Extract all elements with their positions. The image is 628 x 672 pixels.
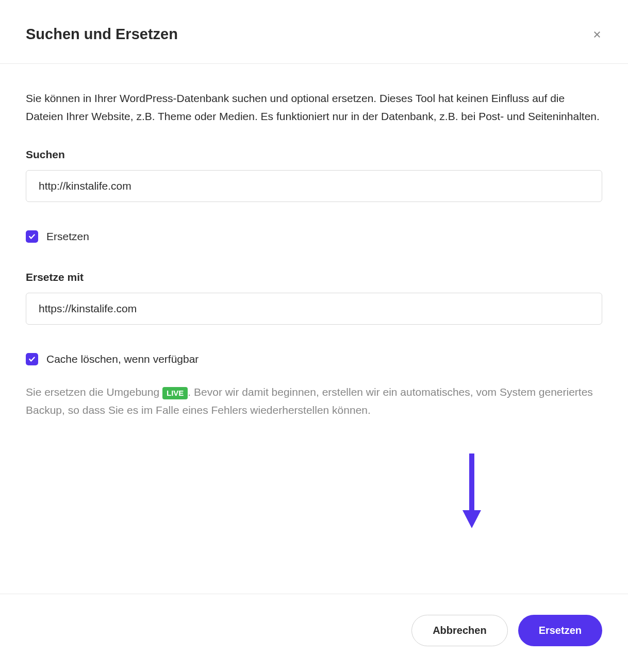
- replace-input[interactable]: [26, 293, 602, 325]
- description-text: Sie können in Ihrer WordPress-Datenbank …: [26, 90, 602, 125]
- modal-header: Suchen und Ersetzen: [0, 0, 628, 64]
- replace-checkbox-row: Ersetzen: [26, 230, 602, 243]
- replace-group: Ersetze mit: [26, 271, 602, 325]
- replace-label: Ersetze mit: [26, 271, 602, 283]
- replace-checkbox-label: Ersetzen: [46, 230, 89, 243]
- arrow-down-icon: [461, 453, 482, 528]
- modal-body: Sie können in Ihrer WordPress-Datenbank …: [0, 64, 628, 440]
- search-label: Suchen: [26, 148, 602, 161]
- live-badge: LIVE: [162, 387, 188, 399]
- replace-checkbox[interactable]: [26, 230, 38, 243]
- cancel-button[interactable]: Abbrechen: [411, 615, 507, 646]
- modal-title: Suchen und Ersetzen: [26, 26, 178, 43]
- cache-checkbox[interactable]: [26, 353, 38, 365]
- info-text: Sie ersetzen die Umgebung LIVE. Bevor wi…: [26, 383, 602, 419]
- svg-marker-3: [462, 510, 481, 528]
- cache-checkbox-row: Cache löschen, wenn verfügbar: [26, 353, 602, 365]
- search-group: Suchen: [26, 148, 602, 202]
- submit-button[interactable]: Ersetzen: [518, 615, 602, 646]
- modal-footer: Abbrechen Ersetzen: [0, 594, 628, 672]
- cache-checkbox-label: Cache löschen, wenn verfügbar: [46, 353, 199, 365]
- info-prefix: Sie ersetzen die Umgebung: [26, 386, 162, 398]
- close-icon[interactable]: [592, 29, 602, 40]
- search-input[interactable]: [26, 170, 602, 202]
